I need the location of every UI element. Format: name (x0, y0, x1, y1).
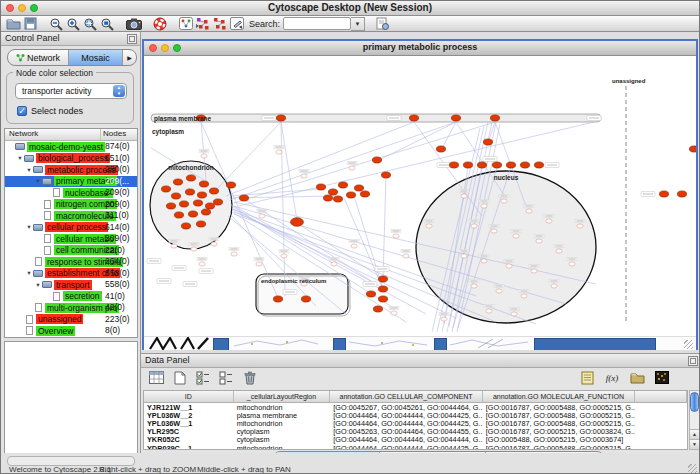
network-node-selected[interactable] (354, 185, 363, 191)
frame-resize-grip[interactable] (684, 340, 693, 349)
network-node[interactable] (471, 284, 477, 288)
network-node[interactable] (496, 289, 502, 293)
float-panel-icon[interactable] (127, 34, 137, 44)
network-tree-item[interactable]: mosaic-demo-yeast874(0) (5, 141, 137, 153)
network-tree-item[interactable]: response to stimulu264(0) (5, 256, 137, 268)
network-tree-item[interactable]: unassigned223(0) (5, 314, 137, 326)
table-cell[interactable]: [GO:0044464, GO:0044444, GO:0044425, G..… (330, 444, 482, 450)
network-node-selected[interactable] (301, 296, 310, 302)
network-node-selected[interactable] (381, 172, 390, 178)
app-titlebar[interactable]: Cytoscape Desktop (New Session) (1, 1, 699, 16)
network-node-selected[interactable] (463, 162, 472, 168)
select-all-attributes-icon[interactable] (194, 369, 212, 386)
network-node[interactable] (256, 262, 262, 266)
network-node[interactable] (546, 219, 552, 223)
network-node-selected[interactable] (161, 186, 170, 192)
network-node[interactable] (171, 244, 177, 248)
network-node-selected[interactable] (188, 211, 197, 217)
network-view-icon[interactable] (177, 16, 194, 31)
network-tree-item[interactable]: ▼cellular process614(0) (5, 222, 137, 234)
network-node[interactable] (481, 204, 487, 208)
network-node[interactable] (486, 309, 492, 313)
network-node[interactable] (536, 239, 542, 243)
attribute-editor-icon[interactable] (578, 369, 596, 386)
expander-icon[interactable]: ▼ (34, 178, 42, 184)
network-node-selected[interactable] (677, 191, 686, 197)
matrix-view-icon[interactable] (653, 369, 671, 386)
network-node[interactable] (521, 294, 527, 298)
function-builder-icon[interactable]: f(x) (603, 369, 621, 386)
table-cell[interactable]: YDR039C__1 (144, 444, 234, 450)
network-node-selected[interactable] (291, 218, 304, 227)
import-attributes-icon[interactable] (628, 369, 646, 386)
network-canvas[interactable]: plasma membrane cytoplasm mitochondrion … (144, 56, 696, 336)
expander-icon[interactable]: ▼ (16, 155, 24, 161)
network-node-selected[interactable] (273, 296, 282, 302)
annotation-icon[interactable] (228, 16, 245, 31)
network-node-selected[interactable] (449, 162, 458, 168)
network-tree-item[interactable]: cell communicat22(0) (5, 245, 137, 257)
network-node-selected[interactable] (451, 115, 460, 121)
network-node[interactable] (231, 252, 237, 256)
delete-attribute-trash-icon[interactable] (241, 369, 259, 386)
network-node-selected[interactable] (360, 191, 369, 197)
network-node-selected[interactable] (534, 162, 543, 168)
network-node[interactable] (513, 234, 519, 238)
network-node-selected[interactable] (197, 192, 206, 198)
network-tree-item[interactable]: ▼metabolic process280(0) (5, 164, 137, 176)
network-node[interactable] (556, 249, 562, 253)
network-tree-item[interactable]: ▼biological_process651(0) (5, 153, 137, 165)
network-node-selected[interactable] (372, 157, 381, 163)
network-node[interactable] (526, 209, 532, 213)
search-input[interactable] (283, 17, 351, 30)
network-node[interactable] (531, 269, 537, 273)
network-node-selected[interactable] (201, 209, 210, 215)
table-cell[interactable]: [GO:0016787, GO:0005488, GO:0005215, G..… (483, 444, 635, 450)
network-node-selected[interactable] (378, 296, 387, 302)
network-node[interactable] (403, 254, 409, 258)
zoom-selected-icon[interactable] (82, 16, 99, 31)
table-row[interactable]: YDR039C__1mitochondrion[GO:0044464, GO:0… (144, 444, 687, 450)
tree-header-nodes[interactable]: Nodes (101, 129, 137, 140)
network-node-selected[interactable] (166, 203, 175, 209)
network-node-selected[interactable] (193, 200, 202, 206)
tab-mosaic[interactable]: Mosaic (69, 50, 123, 65)
save-icon[interactable] (22, 16, 39, 31)
network-node[interactable] (259, 214, 265, 218)
tab-overflow-arrow[interactable]: ▶ (123, 50, 136, 65)
zoom-out-icon[interactable] (48, 16, 65, 31)
network-node[interactable] (191, 247, 197, 251)
network-node-selected[interactable] (338, 182, 347, 188)
network-node-selected[interactable] (316, 184, 325, 190)
network-node[interactable] (471, 224, 477, 228)
network-node-selected[interactable] (205, 203, 214, 209)
network-node[interactable] (211, 242, 217, 246)
network-tree-item[interactable]: nitrogen compo209(0) (5, 199, 137, 211)
network-node-selected[interactable] (520, 162, 529, 168)
network-node-selected[interactable] (333, 196, 342, 202)
network-node-selected[interactable] (483, 139, 492, 145)
network-node-selected[interactable] (186, 175, 195, 181)
network-node[interactable] (393, 234, 399, 238)
scroll-up-button[interactable]: ▲ (690, 429, 699, 439)
open-file-icon[interactable] (5, 16, 22, 31)
network-node-selected[interactable] (171, 193, 180, 199)
network-node[interactable] (301, 174, 307, 178)
column-header[interactable]: annotation.GO MOLECULAR_FUNCTION (483, 391, 635, 402)
network-node-selected[interactable] (689, 146, 696, 152)
node-color-dropdown[interactable]: transporter activity ▲▼ (15, 83, 127, 99)
network-node-selected[interactable] (276, 115, 285, 121)
network-node-selected[interactable] (199, 181, 208, 187)
network-node-selected[interactable] (226, 182, 235, 188)
network-node-selected[interactable] (173, 179, 182, 185)
tab-network[interactable]: Network (8, 50, 69, 65)
network-node[interactable] (391, 311, 397, 315)
expander-icon[interactable]: ▼ (25, 270, 33, 276)
network-node-selected[interactable] (196, 221, 205, 227)
create-network-icon[interactable] (194, 16, 211, 31)
network-tree-item[interactable]: multi-organism pro42(0) (5, 302, 137, 314)
network-node[interactable] (511, 312, 517, 316)
zoom-in-icon[interactable] (65, 16, 82, 31)
network-node[interactable] (577, 224, 583, 228)
dropdown-stepper-icon[interactable]: ▲▼ (113, 85, 125, 97)
